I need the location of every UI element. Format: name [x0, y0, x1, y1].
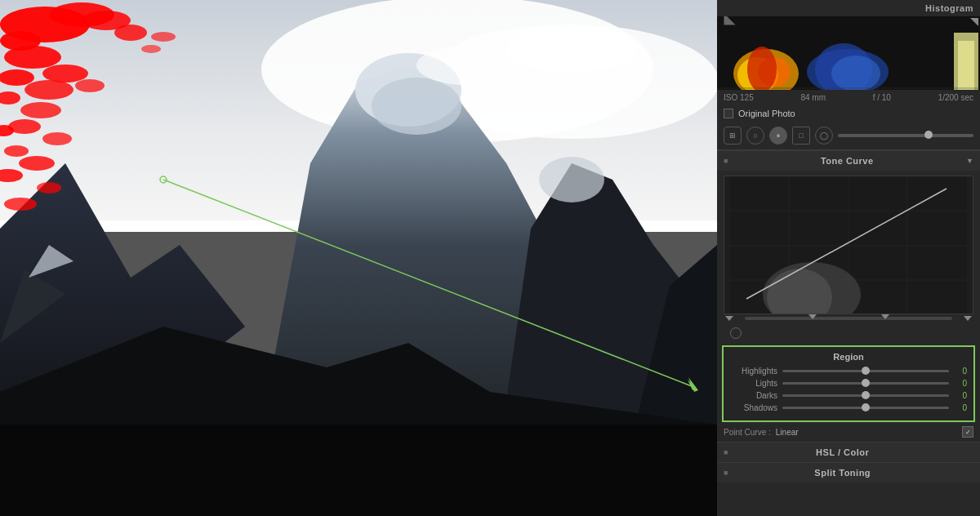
point-curve-value[interactable]: Linear	[776, 428, 799, 437]
tool-slider[interactable]	[838, 134, 973, 137]
shadows-thumb[interactable]	[862, 403, 870, 411]
split-toning-title: Split Toning	[814, 468, 871, 478]
svg-point-8	[372, 78, 461, 135]
shadows-value: 0	[954, 403, 967, 412]
svg-point-35	[37, 182, 61, 194]
darks-value: 0	[954, 391, 967, 400]
circle-tool[interactable]: ○	[746, 127, 764, 145]
mountain-svg	[0, 0, 717, 516]
svg-rect-13	[0, 425, 717, 516]
histogram-svg	[717, 16, 980, 90]
svg-point-37	[151, 32, 176, 42]
svg-point-22	[4, 46, 61, 69]
shadow-triangle[interactable]	[725, 316, 733, 321]
shutter-value: 1/200 sec	[938, 93, 973, 102]
svg-point-36	[4, 198, 37, 211]
tone-curve-header[interactable]: ■ Tone Curve ▼	[717, 150, 980, 171]
region-title: Region	[730, 352, 967, 362]
hsl-color-section[interactable]: ■ HSL / Color	[717, 442, 980, 462]
tools-row: ⊞ ○ ● □ ◯	[717, 122, 980, 150]
region-box: Region Highlights 0 Lights 0 Darks 0	[722, 345, 975, 422]
highlights-value: 0	[954, 367, 967, 376]
darks-slider[interactable]	[782, 394, 949, 397]
hsl-color-title: HSL / Color	[816, 447, 869, 457]
curve-svg	[724, 176, 973, 314]
highlights-thumb[interactable]	[862, 367, 870, 375]
main-canvas	[0, 0, 717, 516]
shadows-row: Shadows 0	[730, 403, 967, 412]
curve-gradient-bar	[745, 317, 952, 320]
svg-point-38	[141, 45, 161, 53]
highlight-triangle[interactable]	[964, 316, 972, 321]
highlights-slider[interactable]	[782, 370, 949, 372]
shadows-slider[interactable]	[782, 407, 949, 409]
svg-point-50	[831, 56, 880, 90]
edit-icon[interactable]: ✓	[962, 426, 973, 438]
lights-row: Lights 0	[730, 379, 967, 388]
curve-graph[interactable]	[724, 176, 973, 314]
svg-point-23	[42, 64, 88, 82]
split-toning-section[interactable]: ■ Split Toning	[717, 462, 980, 483]
tone-curve-area	[717, 171, 980, 345]
curve-controls-row	[724, 324, 973, 340]
svg-rect-52	[958, 41, 974, 90]
svg-point-24	[0, 69, 34, 86]
original-photo-checkbox[interactable]	[724, 109, 733, 118]
original-photo-label: Original Photo	[738, 109, 795, 118]
lights-label: Lights	[730, 379, 777, 388]
tone-curve-collapse[interactable]: ▼	[966, 157, 973, 165]
svg-point-10	[539, 157, 604, 202]
lights-slider[interactable]	[782, 382, 949, 385]
svg-point-21	[114, 24, 147, 41]
svg-point-33	[19, 156, 55, 171]
svg-point-28	[20, 102, 61, 118]
svg-point-32	[4, 145, 29, 157]
photo-scene	[0, 0, 717, 516]
svg-point-26	[75, 79, 105, 92]
darks-thumb[interactable]	[862, 391, 870, 399]
histogram-title-bar: Histogram	[717, 0, 980, 16]
svg-point-25	[24, 80, 74, 100]
highlights-label: Highlights	[730, 367, 777, 376]
focal-value: 84 mm	[800, 93, 826, 102]
lights-value: 0	[954, 379, 967, 388]
tone-curve-title: Tone Curve	[821, 156, 874, 166]
highlights-row: Highlights 0	[730, 367, 967, 376]
iso-value: ISO 125	[724, 93, 754, 102]
right-panel: Histogram ISO 125 84 mm f / 10	[717, 0, 980, 516]
darks-label: Darks	[730, 391, 777, 400]
shadows-label: Shadows	[730, 403, 777, 412]
darks-row: Darks 0	[730, 391, 967, 400]
darks-triangle[interactable]	[808, 314, 817, 319]
grid-tool[interactable]: ⊞	[724, 127, 742, 145]
lights-triangle[interactable]	[881, 314, 889, 319]
svg-point-16	[416, 45, 531, 86]
aperture-value: f / 10	[873, 93, 891, 102]
histogram-display	[717, 16, 980, 90]
ring-tool[interactable]: ◯	[815, 127, 833, 145]
point-curve-label: Point Curve :	[724, 428, 771, 437]
original-photo-row: Original Photo	[717, 105, 980, 122]
svg-point-31	[42, 132, 72, 145]
histogram-title: Histogram	[925, 3, 973, 13]
lights-thumb[interactable]	[862, 379, 870, 387]
curve-bottom-controls	[724, 314, 973, 324]
point-curve-row: Point Curve : Linear ✓	[717, 422, 980, 442]
histogram-meta: ISO 125 84 mm f / 10 1/200 sec	[717, 90, 980, 105]
square-tool[interactable]: □	[792, 127, 810, 145]
dot-tool[interactable]: ●	[769, 127, 787, 145]
curve-dot[interactable]	[730, 327, 742, 339]
